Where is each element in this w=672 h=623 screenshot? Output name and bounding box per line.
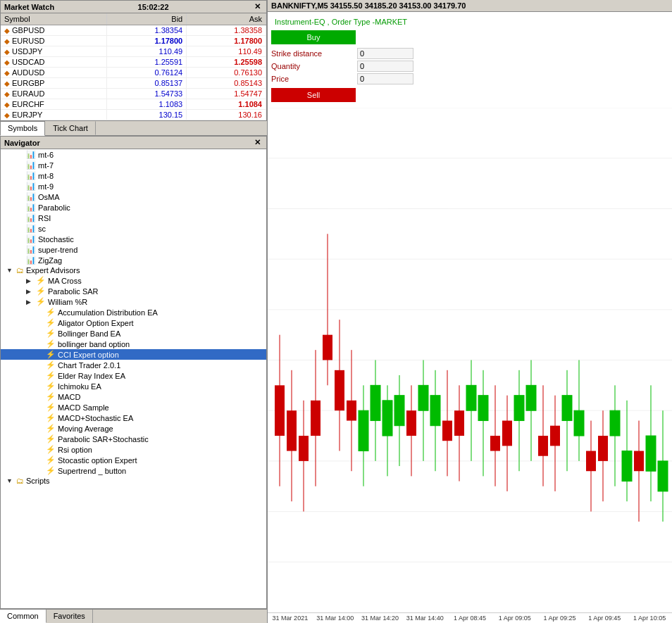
nav-item-label: mt-8 (38, 172, 54, 180)
bid-cell: 1.54733 (107, 89, 187, 99)
item-type-icon: ⚡ (46, 466, 56, 475)
time-label: 1 Apr 09:45 (582, 615, 627, 622)
nav-item-mt6[interactable]: 📊 mt-6 (1, 149, 266, 160)
ask-cell: 1.54747 (187, 89, 266, 99)
chart-header: BANKNIFTY,M5 34155.50 34185.20 34153.00 … (268, 0, 672, 12)
nav-item-mt9[interactable]: 📊 mt-9 (1, 181, 266, 191)
nav-item-rsi[interactable]: 📊 RSI (1, 213, 266, 223)
market-row[interactable]: ◆ USDJPY 110.49 110.49 (1, 46, 266, 57)
market-row[interactable]: ◆ EURAUD 1.54733 1.54747 (1, 89, 266, 99)
navigator-close[interactable]: ✕ (252, 138, 263, 147)
market-row[interactable]: ◆ EURUSD 1.17800 1.17800 (1, 36, 266, 46)
item-type-icon: 📊 (26, 171, 36, 180)
symbol-cell: ◆ AUDUSD (1, 68, 107, 78)
market-watch-time: 15:02:22 (138, 3, 169, 11)
tab-tick-chart[interactable]: Tick Chart (45, 121, 96, 135)
market-row[interactable]: ◆ EURGBP 0.85137 0.85143 (1, 78, 266, 89)
bid-cell: 110.49 (107, 46, 187, 57)
nav-item-zigzag[interactable]: 📊 ZigZag (1, 255, 266, 265)
market-row[interactable]: ◆ EURJPY 130.15 130.16 (1, 110, 266, 120)
nav-item-label: Moving Average (58, 424, 113, 433)
nav-item-supertrend-btn[interactable]: ⚡ Supertrend _ button (1, 465, 266, 476)
item-type-icon: 📊 (26, 234, 36, 244)
market-tabs: Symbols Tick Chart (0, 121, 267, 136)
market-watch-header: Market Watch 15:02:22 ✕ (1, 1, 266, 13)
nav-item-expert-advisors[interactable]: ▼ 🗂 Expert Advisors (1, 265, 266, 275)
market-row[interactable]: ◆ USDCAD 1.25591 1.25598 (1, 57, 266, 68)
symbol-cell: ◆ EURGBP (1, 78, 107, 89)
tab-symbols[interactable]: Symbols (0, 121, 45, 136)
nav-item-moving-avg[interactable]: ⚡ Moving Average (1, 423, 266, 434)
item-type-icon: 📊 (26, 182, 36, 191)
nav-item-osma[interactable]: 📊 OsMA (1, 191, 266, 202)
nav-item-stoc-expert[interactable]: ⚡ Stocastic option Expert (1, 455, 266, 465)
item-type-icon: ⚡ (46, 434, 56, 443)
nav-item-william-r[interactable]: ▶ ⚡ William %R (1, 296, 266, 307)
nav-item-label: bollinger band option (58, 340, 130, 348)
quantity-input[interactable] (357, 61, 413, 72)
nav-item-label: MACD Sample (58, 403, 109, 412)
nav-item-label: MACD (58, 393, 80, 401)
tab-favorites[interactable]: Favorites (46, 610, 93, 623)
nav-item-macd[interactable]: ⚡ MACD (1, 391, 266, 402)
nav-item-para-stoch[interactable]: ⚡ Parabolic SAR+Stochastic (1, 434, 266, 444)
nav-item-super-trend[interactable]: 📊 super-trend (1, 244, 266, 255)
item-type-icon: ⚡ (46, 392, 56, 401)
bottom-tabs: Common Favorites (0, 609, 267, 623)
left-panel: Market Watch 15:02:22 ✕ Symbol Bid Ask ◆… (0, 0, 268, 623)
nav-item-rsi-opt[interactable]: ⚡ Rsi option (1, 444, 266, 455)
market-watch-close[interactable]: ✕ (252, 2, 263, 11)
nav-item-mt8[interactable]: 📊 mt-8 (1, 170, 266, 181)
nav-item-chart-trader[interactable]: ⚡ Chart Trader 2.0.1 (1, 360, 266, 370)
quantity-label: Quantity (271, 61, 356, 72)
ask-cell: 0.76130 (187, 68, 266, 78)
nav-item-macd-sample[interactable]: ⚡ MACD Sample (1, 402, 266, 413)
nav-item-label: William %R (48, 298, 87, 306)
expand-icon: ▼ (6, 477, 16, 484)
nav-item-parabolic-sar[interactable]: ▶ ⚡ Parabolic SAR (1, 286, 266, 296)
nav-item-cci-expert[interactable]: ⚡ CCI Expert option (1, 349, 266, 360)
time-label: 31 Mar 14:40 (402, 615, 447, 622)
market-row[interactable]: ◆ EURCHF 1.1083 1.1084 (1, 99, 266, 110)
symbol-cell: ◆ EURAUD (1, 89, 107, 99)
nav-item-ma-cross[interactable]: ▶ ⚡ MA Cross (1, 275, 266, 286)
price-input[interactable] (357, 73, 413, 84)
time-label: 1 Apr 09:05 (492, 615, 537, 622)
tab-common[interactable]: Common (0, 610, 46, 623)
symbol-cell: ◆ EURCHF (1, 99, 107, 110)
nav-item-label: mt-7 (38, 161, 54, 170)
expand-icon: ▼ (6, 267, 16, 274)
symbol-cell: ◆ GBPUSD (1, 25, 107, 36)
bid-cell: 1.1083 (107, 99, 187, 110)
nav-item-macd-stoch[interactable]: ⚡ MACD+Stochastic EA (1, 413, 266, 423)
nav-item-accum-dist[interactable]: ⚡ Accumulation Distribution EA (1, 307, 266, 317)
market-row[interactable]: ◆ GBPUSD 1.38354 1.38358 (1, 25, 266, 36)
market-row[interactable]: ◆ AUDUSD 0.76124 0.76130 (1, 68, 266, 78)
item-type-icon: ⚡ (46, 308, 56, 317)
nav-item-label: Supertrend _ button (58, 467, 126, 475)
symbol-icon: ◆ (4, 58, 10, 66)
sell-row: Sell (271, 88, 668, 102)
item-type-icon: 📊 (26, 192, 36, 201)
symbol-icon: ◆ (4, 80, 10, 87)
sell-button[interactable]: Sell (271, 88, 356, 102)
item-type-icon: 📊 (26, 203, 36, 212)
nav-item-ichimoku[interactable]: ⚡ Ichimoku EA (1, 381, 266, 391)
nav-item-sc[interactable]: 📊 sc (1, 223, 266, 234)
nav-item-parabolic[interactable]: 📊 Parabolic (1, 202, 266, 213)
nav-item-label: Expert Advisors (26, 266, 80, 275)
bid-cell: 1.17800 (107, 36, 187, 46)
nav-item-mt7[interactable]: 📊 mt-7 (1, 160, 266, 170)
item-type-icon: 📊 (26, 224, 36, 233)
bid-cell: 0.85137 (107, 78, 187, 89)
symbol-icon: ◆ (4, 37, 10, 45)
nav-item-alligator[interactable]: ⚡ Aligator Option Expert (1, 317, 266, 328)
nav-item-stochastic[interactable]: 📊 Stochastic (1, 234, 266, 244)
nav-item-bollinger-ea[interactable]: ⚡ Bollinger Band EA (1, 328, 266, 339)
ask-cell: 1.1084 (187, 99, 266, 110)
nav-item-bollinger-opt[interactable]: ⚡ bollinger band option (1, 339, 266, 349)
nav-item-elder-ray[interactable]: ⚡ Elder Ray Index EA (1, 370, 266, 381)
nav-item-scripts[interactable]: ▼ 🗂 Scripts (1, 476, 266, 486)
strike-distance-input[interactable] (357, 48, 413, 59)
buy-button[interactable]: Buy (271, 30, 356, 44)
